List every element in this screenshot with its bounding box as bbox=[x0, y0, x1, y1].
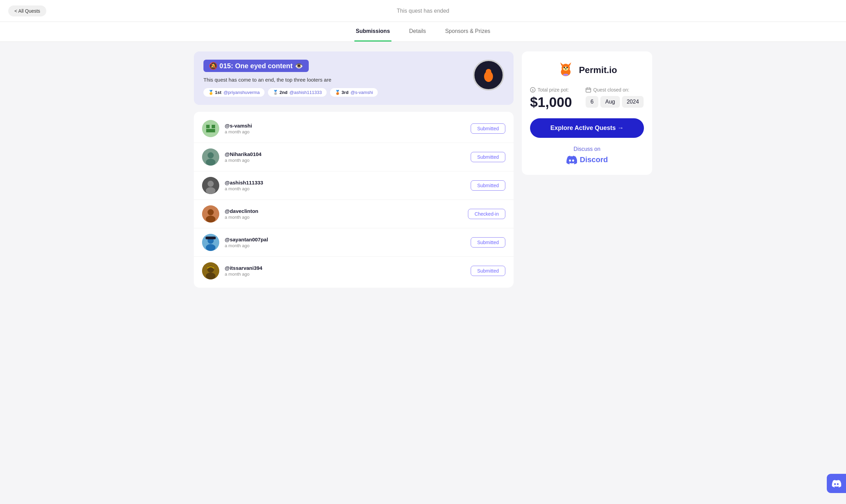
svg-point-31 bbox=[565, 69, 566, 70]
svg-point-15 bbox=[206, 216, 215, 223]
avatar bbox=[202, 205, 219, 223]
dollar-icon: $ bbox=[530, 87, 536, 93]
submission-time: a month ago bbox=[225, 129, 465, 134]
table-row: @s-vamshi a month ago Submitted bbox=[194, 115, 514, 143]
quest-status-text: This quest has ended bbox=[397, 8, 449, 14]
svg-rect-3 bbox=[202, 120, 219, 137]
table-row: @sayantan007pal a month ago Submitted bbox=[194, 228, 514, 257]
submission-info: @daveclinton a month ago bbox=[225, 208, 462, 220]
winners-row: 🥇 1st @priyanshuverma 🥈 2nd @ashish11133… bbox=[203, 88, 468, 97]
discord-button[interactable]: Discord bbox=[566, 154, 608, 165]
submission-info: @itssarvani394 a month ago bbox=[225, 265, 465, 277]
table-row: @Niharika0104 a month ago Submitted bbox=[194, 143, 514, 171]
username-1st: @priyanshuverma bbox=[223, 90, 260, 95]
avatar bbox=[202, 262, 219, 279]
left-column: 🔕 015: One eyed content 👁️ This quest ha… bbox=[194, 51, 514, 288]
back-button[interactable]: < All Quests bbox=[8, 5, 46, 16]
svg-point-22 bbox=[206, 273, 215, 279]
date-month: Aug bbox=[600, 96, 620, 108]
date-day: 6 bbox=[586, 96, 598, 108]
svg-point-18 bbox=[206, 244, 215, 251]
rank-2nd: 🥈 2nd bbox=[273, 90, 287, 95]
svg-text:$: $ bbox=[532, 88, 533, 92]
tab-sponsors[interactable]: Sponsors & Prizes bbox=[444, 22, 492, 41]
nav-tabs: Submissions Details Sponsors & Prizes bbox=[0, 22, 846, 42]
svg-point-11 bbox=[208, 181, 214, 187]
submission-info: @ashish111333 a month ago bbox=[225, 180, 465, 191]
right-column: Permit.io $ Total prize pot: $1,000 bbox=[522, 51, 652, 288]
sponsor-card: Permit.io $ Total prize pot: $1,000 bbox=[522, 51, 652, 175]
quest-logo bbox=[473, 60, 504, 91]
table-row: @ashish111333 a month ago Submitted bbox=[194, 171, 514, 200]
date-section: Quest closed on: 6 Aug 2024 bbox=[586, 87, 644, 108]
status-badge[interactable]: Submitted bbox=[471, 266, 505, 276]
quest-card: 🔕 015: One eyed content 👁️ This quest ha… bbox=[194, 51, 514, 105]
submission-time: a month ago bbox=[225, 186, 465, 191]
svg-rect-5 bbox=[212, 125, 215, 128]
svg-rect-35 bbox=[586, 88, 591, 92]
submission-info: @sayantan007pal a month ago bbox=[225, 237, 465, 248]
prize-section: $ Total prize pot: $1,000 bbox=[530, 87, 572, 110]
avatar bbox=[202, 234, 219, 251]
svg-point-2 bbox=[486, 69, 491, 74]
table-row: @daveclinton a month ago Checked-in bbox=[194, 200, 514, 228]
winner-2nd: 🥈 2nd @ashish111333 bbox=[268, 88, 327, 97]
discord-label: Discord bbox=[580, 155, 608, 164]
prize-info: $ Total prize pot: $1,000 Q bbox=[530, 87, 644, 110]
submission-username: @daveclinton bbox=[225, 208, 462, 214]
quest-subtitle: This quest has come to an end, the top t… bbox=[203, 77, 468, 83]
submission-username: @s-vamshi bbox=[225, 123, 465, 129]
discord-float-icon bbox=[832, 479, 841, 488]
submission-username: @ashish111333 bbox=[225, 180, 465, 185]
svg-point-9 bbox=[206, 159, 215, 166]
submission-time: a month ago bbox=[225, 272, 465, 277]
svg-point-14 bbox=[208, 209, 214, 215]
svg-rect-6 bbox=[206, 129, 215, 132]
username-2nd: @ashish111333 bbox=[290, 90, 322, 95]
winner-1st: 🥇 1st @priyanshuverma bbox=[203, 88, 265, 97]
svg-point-30 bbox=[566, 67, 568, 68]
prize-amount: $1,000 bbox=[530, 95, 572, 110]
svg-rect-4 bbox=[206, 125, 210, 128]
status-badge-checkedin[interactable]: Checked-in bbox=[468, 209, 505, 219]
submission-info: @s-vamshi a month ago bbox=[225, 123, 465, 134]
submissions-list: @s-vamshi a month ago Submitted @Niharik… bbox=[194, 112, 514, 288]
svg-rect-19 bbox=[205, 237, 216, 239]
explore-active-quests-button[interactable]: Explore Active Quests → bbox=[530, 118, 644, 138]
date-label: Quest closed on: bbox=[586, 87, 644, 93]
discord-section: Discuss on Discord bbox=[566, 146, 608, 165]
status-badge[interactable]: Submitted bbox=[471, 152, 505, 162]
tab-details[interactable]: Details bbox=[408, 22, 427, 41]
submission-username: @Niharika0104 bbox=[225, 151, 465, 157]
avatar bbox=[202, 177, 219, 194]
submission-username: @sayantan007pal bbox=[225, 237, 465, 242]
submission-username: @itssarvani394 bbox=[225, 265, 465, 271]
status-badge[interactable]: Submitted bbox=[471, 123, 505, 134]
sponsor-name: Permit.io bbox=[579, 65, 617, 75]
avatar bbox=[202, 148, 219, 166]
svg-point-32 bbox=[563, 74, 568, 76]
main-content: 🔕 015: One eyed content 👁️ This quest ha… bbox=[183, 42, 663, 297]
winner-3rd: 🥉 3rd @s-vamshi bbox=[330, 88, 378, 97]
submission-info: @Niharika0104 a month ago bbox=[225, 151, 465, 163]
discuss-on-text: Discuss on bbox=[574, 146, 600, 152]
submission-time: a month ago bbox=[225, 243, 465, 248]
permit-logo: Permit.io bbox=[557, 61, 617, 79]
rank-3rd: 🥉 3rd bbox=[335, 90, 349, 95]
discord-float-button[interactable] bbox=[827, 474, 846, 493]
top-bar: < All Quests This quest has ended bbox=[0, 0, 846, 22]
submission-time: a month ago bbox=[225, 158, 465, 163]
prize-label: $ Total prize pot: bbox=[530, 87, 572, 93]
svg-point-29 bbox=[564, 67, 565, 68]
avatar bbox=[202, 120, 219, 137]
quest-title: 🔕 015: One eyed content 👁️ bbox=[203, 60, 309, 72]
discord-icon bbox=[566, 154, 577, 165]
username-3rd: @s-vamshi bbox=[351, 90, 373, 95]
status-badge[interactable]: Submitted bbox=[471, 180, 505, 191]
tab-submissions[interactable]: Submissions bbox=[354, 22, 391, 41]
status-badge[interactable]: Submitted bbox=[471, 237, 505, 248]
table-row: @itssarvani394 a month ago Submitted bbox=[194, 257, 514, 285]
date-boxes: 6 Aug 2024 bbox=[586, 96, 644, 108]
svg-point-8 bbox=[208, 152, 214, 158]
submission-time: a month ago bbox=[225, 215, 462, 220]
